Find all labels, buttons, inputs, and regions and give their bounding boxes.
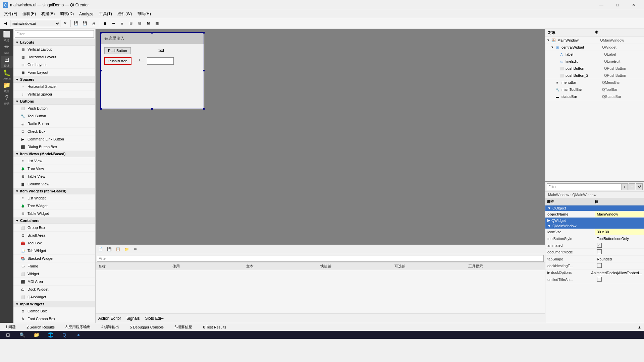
animated-checkbox[interactable] xyxy=(597,243,602,248)
sidebar-item-vertical-layout[interactable]: ▤ Vertical Layout xyxy=(13,46,95,53)
sidebar-filter-input[interactable] xyxy=(15,30,94,38)
canvas-button-1[interactable]: PushButton xyxy=(104,47,131,54)
icon-edit[interactable]: ✏ 编辑 xyxy=(1,43,13,55)
section-item-widgets[interactable]: ▼ Item Widgets (Item-Based) xyxy=(13,188,95,194)
tree-row-menubar[interactable]: ≡ menuBar QMenuBar xyxy=(545,79,644,86)
status-tab-search[interactable]: 2 Search Results xyxy=(24,324,57,330)
sidebar-item-dialog-button-box[interactable]: ⬛ Dialog Button Box xyxy=(13,143,95,151)
status-tab-problems[interactable]: 1 问题 xyxy=(3,324,18,330)
icon-design[interactable]: ⊞ 设计 xyxy=(1,56,13,68)
resize-handle-tr[interactable] xyxy=(203,32,205,34)
tree-row-pushbutton[interactable]: ⬜ pushButton QPushButton xyxy=(545,65,644,72)
menu-edit[interactable]: 编辑(E) xyxy=(20,10,39,17)
sidebar-item-qax-widget[interactable]: ⬜ QAxWidget xyxy=(13,293,95,301)
prop-value-tabshape[interactable]: Rounded xyxy=(595,256,644,262)
sidebar-item-tool-button[interactable]: 🔧 Tool Button xyxy=(13,112,95,120)
sidebar-item-dock-widget[interactable]: 🗂 Dock Widget xyxy=(13,286,95,293)
menu-controls[interactable]: 控件(W) xyxy=(115,10,135,17)
sidebar-item-mdi-area[interactable]: ⬛ MDI Area xyxy=(13,278,95,286)
sidebar-item-font-combo-box[interactable]: A Font Combo Box xyxy=(13,315,95,323)
status-tab-test[interactable]: 8 Test Results xyxy=(200,324,229,330)
sidebar-item-horizontal-layout[interactable]: ▥ Horizontal Layout xyxy=(13,53,95,61)
design-canvas[interactable]: 在这里输入 PushButton text PushButton xyxy=(96,29,545,244)
expand-icon[interactable]: ▲ xyxy=(638,325,641,329)
menu-build[interactable]: 构建(B) xyxy=(39,10,57,17)
unifiedtitle-checkbox[interactable] xyxy=(597,277,602,282)
menu-debug[interactable]: 调试(D) xyxy=(57,10,76,17)
prop-value-unifiedtitle[interactable] xyxy=(595,276,644,283)
taskbar-search[interactable]: 🔍 xyxy=(15,331,29,339)
toolbar-align-center[interactable]: ≡ xyxy=(118,19,126,27)
tree-row-lineedit[interactable]: ▭ lineEdit QLineEdit xyxy=(545,58,644,65)
tab-signals[interactable]: Signals xyxy=(124,315,142,321)
resize-handle-tc[interactable] xyxy=(151,32,153,34)
toolbar-columns[interactable]: ▦ xyxy=(153,19,161,27)
taskbar-files[interactable]: 📁 xyxy=(30,331,43,339)
icon-help[interactable]: ? 帮助 xyxy=(1,94,13,106)
sidebar-item-column-view[interactable]: ▓ Column View xyxy=(13,180,95,188)
bottom-btn-3[interactable]: 📋 xyxy=(114,246,122,253)
section-layouts[interactable]: ▼ Layouts xyxy=(13,39,95,46)
sidebar-item-tree-view[interactable]: 🌲 Tree View xyxy=(13,165,95,173)
taskbar-start[interactable]: ⊞ xyxy=(1,331,15,339)
canvas-line-edit[interactable] xyxy=(147,57,174,65)
status-tab-debugger[interactable]: 5 Debugger Console xyxy=(127,324,166,330)
section-buttons[interactable]: ▼ Buttons xyxy=(13,98,95,105)
prop-value-toolbuttonstyle[interactable]: ToolButtonIconOnly xyxy=(595,236,644,241)
sidebar-item-vertical-spacer[interactable]: ↕ Vertical Spacer xyxy=(13,90,95,98)
bottom-filter-input[interactable] xyxy=(97,255,544,262)
sidebar-item-combo-box[interactable]: ⊻ Combo Box xyxy=(13,307,95,315)
prop-value-docknesting[interactable] xyxy=(595,262,644,269)
resize-handle-tl[interactable] xyxy=(100,32,102,34)
canvas-button-2[interactable]: PushButton xyxy=(104,57,131,65)
sidebar-item-list-widget[interactable]: ≡ List Widget xyxy=(13,194,95,202)
prop-value-iconsize[interactable]: 30 x 30 xyxy=(595,229,644,235)
sidebar-item-stacked-widget[interactable]: 📚 Stacked Widget xyxy=(13,255,95,262)
file-selector[interactable]: mainwindow.ui xyxy=(10,20,60,27)
maximize-button[interactable]: □ xyxy=(610,0,625,10)
bottom-btn-5[interactable]: ✏ xyxy=(132,246,139,253)
resize-handle-mr[interactable] xyxy=(203,70,205,71)
menu-file[interactable]: 文件(F) xyxy=(1,10,20,17)
docknesting-checkbox[interactable] xyxy=(597,263,602,268)
sidebar-item-table-view[interactable]: ⊞ Table View xyxy=(13,173,95,180)
status-tab-app-output[interactable]: 3 应用程序输出 xyxy=(63,324,93,330)
prop-value-dockoptions[interactable]: AnimatedDocks|AllowTabbed... xyxy=(589,270,644,276)
section-containers[interactable]: ▼ Containers xyxy=(13,218,95,224)
toolbar-back[interactable]: ◀ xyxy=(1,19,9,27)
sidebar-item-horizontal-spacer[interactable]: ↔ Horizontal Spacer xyxy=(13,83,95,90)
props-add-btn[interactable]: + xyxy=(621,183,628,190)
toolbar-pause[interactable]: ⏸ xyxy=(101,19,109,27)
sidebar-item-widget[interactable]: ⬜ Widget xyxy=(13,270,95,278)
close-button[interactable]: ✕ xyxy=(626,0,641,10)
section-qobject[interactable]: ▼ QObject xyxy=(545,205,644,211)
section-qwidget[interactable]: ▶ QWidget xyxy=(545,218,644,223)
section-qmainwindow[interactable]: ▼ QMainWindow xyxy=(545,223,644,229)
resize-handle-ml[interactable] xyxy=(100,70,102,71)
tree-row-maintoolbar[interactable]: 🔧 mainToolBar QToolBar xyxy=(545,86,644,93)
sidebar-item-tool-box[interactable]: 🧰 Tool Box xyxy=(13,239,95,247)
tree-row-pushbutton2[interactable]: ⬜ pushButton_2 QPushButton xyxy=(545,72,644,79)
minimize-button[interactable]: — xyxy=(594,0,609,10)
tree-row-statusbar[interactable]: ▬ statusBar QStatusBar xyxy=(545,93,644,100)
tree-row-label[interactable]: A label QLabel xyxy=(545,51,644,58)
sidebar-item-command-link-button[interactable]: ▶ Command Link Button xyxy=(13,135,95,143)
prop-value-objectname[interactable]: MainWindow xyxy=(595,212,644,217)
taskbar-edge[interactable]: 🌐 xyxy=(44,331,57,339)
bottom-btn-1[interactable]: 📄 xyxy=(97,246,104,253)
sidebar-item-tree-widget[interactable]: 🌲 Tree Widget xyxy=(13,202,95,210)
sidebar-item-table-widget[interactable]: ⊞ Table Widget xyxy=(13,210,95,218)
props-remove-btn[interactable]: − xyxy=(629,183,635,190)
sidebar-item-radio-button[interactable]: ◎ Radio Button xyxy=(13,120,95,128)
sidebar-item-check-box[interactable]: ☑ Check Box xyxy=(13,128,95,135)
sidebar-item-scroll-area[interactable]: ⊡ Scroll Area xyxy=(13,232,95,239)
prop-value-documentmode[interactable] xyxy=(595,249,644,255)
toolbar-save[interactable]: 💾 xyxy=(72,19,80,27)
icon-project[interactable]: 📁 项目 xyxy=(1,81,13,93)
prop-value-animated[interactable] xyxy=(595,242,644,248)
toolbar-align-right[interactable]: ⊞ xyxy=(127,19,135,27)
section-item-views[interactable]: ▼ Item Views (Model-Based) xyxy=(13,151,95,157)
sidebar-item-list-view[interactable]: ≡ List View xyxy=(13,157,95,165)
taskbar-chrome[interactable]: ● xyxy=(72,331,85,339)
tree-row-mainwindow[interactable]: ▼ 🪟 MainWindow QMainWindow xyxy=(545,37,644,44)
